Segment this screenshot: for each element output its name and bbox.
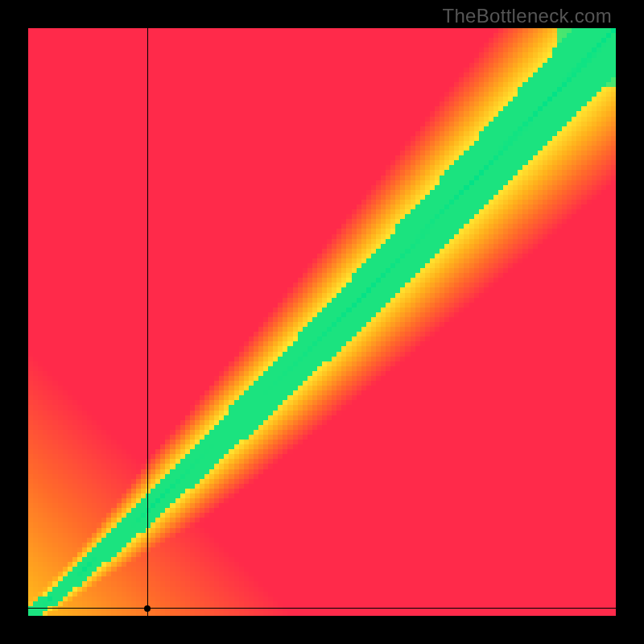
heatmap-plot (28, 28, 616, 616)
watermark-text: TheBottleneck.com (442, 5, 612, 27)
heatmap-canvas (28, 28, 616, 616)
marker-dot (144, 605, 151, 612)
chart-frame: TheBottleneck.com (0, 0, 644, 644)
